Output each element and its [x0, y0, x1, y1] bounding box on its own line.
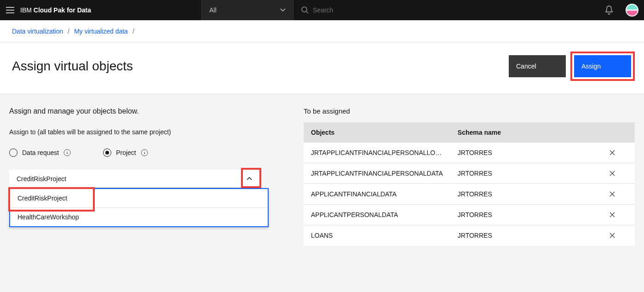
- assign-highlight: Assign: [570, 52, 635, 81]
- to-be-assigned-title: To be assigned: [304, 107, 635, 115]
- project-dropdown-wrap: CreditRiskProject CreditRiskProject Heal…: [9, 170, 259, 188]
- brand-bold: Cloud Pak for Data: [34, 6, 91, 14]
- radio-label: Project: [116, 149, 136, 156]
- table-row: APPLICANTFINANCIALDATAJRTORRES: [304, 184, 635, 205]
- cell-object: JRTAPPLICANTFINANCIALPERSONALDATA: [304, 163, 450, 184]
- table-row: JRTAPPLICANTFINANCIALPERSONALLO…JRTORRES: [304, 143, 635, 163]
- remove-button[interactable]: [597, 233, 627, 238]
- radio-dot: [105, 151, 109, 155]
- svg-point-0: [302, 7, 307, 12]
- cell-object: APPLICANTFINANCIALDATA: [304, 184, 450, 205]
- cell-schema: JRTORRES: [450, 184, 589, 205]
- dropdown-option-healthcare[interactable]: HealthCareWorkshop: [10, 208, 268, 226]
- notifications-button[interactable]: [598, 0, 620, 20]
- close-icon: [610, 212, 615, 218]
- brand-text: IBM Cloud Pak for Data: [20, 6, 91, 14]
- bell-icon: [605, 6, 613, 15]
- breadcrumb-link-dv[interactable]: Data virtualization: [12, 28, 63, 35]
- remove-button[interactable]: [597, 191, 627, 197]
- cell-schema: JRTORRES: [450, 143, 589, 163]
- radio-circle: [9, 149, 17, 157]
- avatar[interactable]: [626, 4, 638, 17]
- cancel-button[interactable]: Cancel: [509, 55, 566, 77]
- remove-button[interactable]: [597, 171, 627, 176]
- page-head: Assign virtual objects Cancel Assign: [0, 42, 644, 94]
- table-header-row: Objects Schema name: [304, 122, 635, 143]
- close-icon: [610, 171, 615, 176]
- brand: IBM Cloud Pak for Data: [20, 6, 100, 14]
- cell-schema: JRTORRES: [450, 163, 589, 184]
- dropdown-option-creditrisk[interactable]: CreditRiskProject: [10, 189, 268, 208]
- breadcrumb-sep: /: [68, 28, 69, 35]
- header-right: [598, 0, 644, 20]
- instruction-text: Assign and manage your objects below.: [9, 107, 285, 115]
- col-header-objects: Objects: [304, 122, 450, 143]
- close-icon: [610, 191, 615, 197]
- scope-dropdown[interactable]: All: [201, 0, 293, 20]
- col-header-action: [589, 122, 635, 143]
- radio-label: Data request: [22, 149, 59, 156]
- project-dropdown-menu: CreditRiskProject HealthCareWorkshop: [9, 188, 269, 227]
- chevron-down-icon: [280, 8, 286, 12]
- info-icon[interactable]: [141, 149, 148, 156]
- col-header-schema: Schema name: [450, 122, 589, 143]
- close-icon: [610, 233, 615, 238]
- page-title: Assign virtual objects: [12, 59, 133, 74]
- project-dropdown[interactable]: CreditRiskProject: [9, 170, 259, 188]
- right-column: To be assigned Objects Schema name JRTAP…: [304, 107, 635, 286]
- search-input[interactable]: [313, 6, 405, 14]
- cell-object: APPLICANTPERSONALDATA: [304, 205, 450, 225]
- remove-button[interactable]: [597, 150, 627, 155]
- scope-label: All: [209, 6, 217, 14]
- search-area: [293, 0, 598, 20]
- assign-button[interactable]: Assign: [574, 55, 631, 77]
- brand-prefix: IBM: [20, 6, 34, 14]
- table-row: JRTAPPLICANTFINANCIALPERSONALDATAJRTORRE…: [304, 163, 635, 184]
- hamburger-menu[interactable]: [0, 0, 20, 20]
- top-header: IBM Cloud Pak for Data All: [0, 0, 644, 20]
- action-buttons: Cancel Assign: [509, 52, 635, 81]
- info-icon[interactable]: [63, 149, 71, 156]
- assign-to-label: Assign to (all tables will be assigned t…: [9, 128, 285, 136]
- radio-circle: [103, 149, 111, 157]
- search-icon: [301, 6, 309, 14]
- cell-object: JRTAPPLICANTFINANCIALPERSONALLO…: [304, 143, 450, 163]
- cell-object: LOANS: [304, 225, 450, 246]
- breadcrumb-sep: /: [132, 28, 134, 35]
- objects-table: Objects Schema name JRTAPPLICANTFINANCIA…: [304, 122, 635, 246]
- radio-row: Data request Project: [9, 149, 285, 157]
- radio-data-request[interactable]: Data request: [9, 149, 71, 157]
- breadcrumb-link-mvd[interactable]: My virtualized data: [74, 28, 128, 35]
- cell-schema: JRTORRES: [450, 225, 589, 246]
- breadcrumb: Data virtualization / My virtualized dat…: [0, 20, 644, 42]
- left-column: Assign and manage your objects below. As…: [9, 107, 285, 286]
- close-icon: [610, 150, 615, 155]
- table-row: LOANSJRTORRES: [304, 225, 635, 246]
- dropdown-selected-label: CreditRiskProject: [17, 175, 66, 183]
- radio-project[interactable]: Project: [103, 149, 148, 157]
- chevron-up-icon: [247, 177, 252, 181]
- table-row: APPLICANTPERSONALDATAJRTORRES: [304, 205, 635, 225]
- body: Assign and manage your objects below. As…: [0, 94, 644, 292]
- hamburger-icon: [6, 7, 14, 13]
- remove-button[interactable]: [597, 212, 627, 218]
- cell-schema: JRTORRES: [450, 205, 589, 225]
